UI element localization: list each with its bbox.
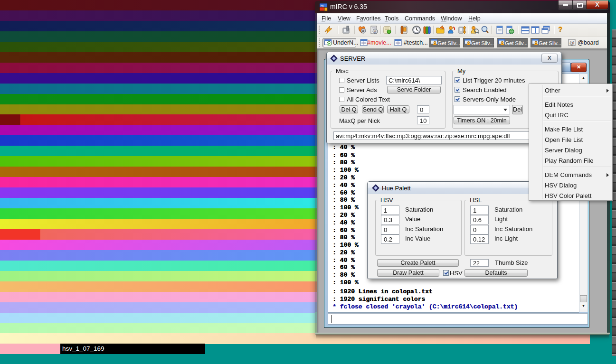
svg-text:#: # xyxy=(362,29,365,33)
svg-text:#: # xyxy=(374,29,377,34)
svg-text:@: @ xyxy=(569,40,574,46)
svg-text:m: m xyxy=(321,4,324,8)
